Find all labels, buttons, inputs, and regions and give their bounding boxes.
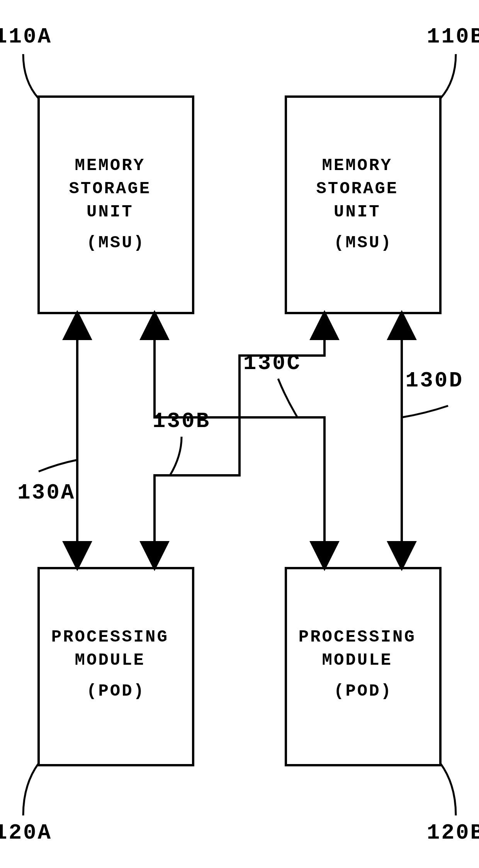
svg-text:MEMORY
      STORAGE
      UNI: MEMORY STORAGE UNIT (MSU)	[69, 156, 163, 252]
msu-b-line3: UNIT	[334, 202, 381, 221]
leader-120b	[440, 763, 456, 815]
label-130a: 130A	[17, 480, 75, 505]
msu-a-line1: MEMORY	[75, 156, 145, 175]
label-130c: 130C	[243, 351, 301, 376]
pod-a-line1: PROCESSING	[51, 627, 169, 647]
block-pod-a: PROCESSING MODULE (POD)	[39, 568, 193, 765]
block-msu-b: MEMORY STORAGE UNIT (MSU)	[286, 97, 440, 313]
pod-b-line1: PROCESSING	[299, 627, 416, 647]
msu-a-line4: (MSU)	[87, 233, 145, 252]
leader-130d	[402, 406, 448, 417]
block-pod-b: PROCESSING MODULE (POD)	[286, 568, 440, 765]
leader-130c	[278, 379, 297, 417]
pod-a-line3: (POD)	[87, 681, 145, 701]
label-110b: 110B	[427, 24, 479, 49]
leader-130b	[170, 437, 182, 475]
label-120b: 120B	[427, 820, 479, 845]
leader-110a	[23, 54, 39, 99]
pod-b-line3: (POD)	[334, 681, 392, 701]
msu-b-line2: STORAGE	[316, 179, 398, 198]
label-130b: 130B	[153, 409, 211, 434]
label-110a: 110A	[0, 24, 52, 49]
diagram-canvas: MEMORY STORAGE UNIT (MSU) MEMORY STORAGE…	[0, 0, 479, 868]
block-msu-a: MEMORY STORAGE UNIT (MSU)	[39, 97, 193, 313]
label-130d: 130D	[406, 368, 464, 393]
msu-b-line4: (MSU)	[334, 233, 392, 252]
msu-a-line3: UNIT	[87, 202, 134, 221]
svg-text:PROCESSING
      MODULE
      : PROCESSING MODULE (POD)	[51, 627, 180, 701]
leader-120a	[23, 763, 39, 815]
svg-text:PROCESSING
      MODULE
      : PROCESSING MODULE (POD)	[299, 627, 428, 701]
leader-110b	[440, 54, 456, 99]
pod-a-line2: MODULE	[75, 650, 145, 670]
label-120a: 120A	[0, 820, 52, 845]
pod-b-line2: MODULE	[322, 650, 392, 670]
msu-a-line2: STORAGE	[69, 179, 151, 198]
svg-text:MEMORY
      STORAGE
      UNI: MEMORY STORAGE UNIT (MSU)	[316, 156, 410, 252]
msu-b-line1: MEMORY	[322, 156, 392, 175]
leader-130a	[39, 460, 77, 471]
